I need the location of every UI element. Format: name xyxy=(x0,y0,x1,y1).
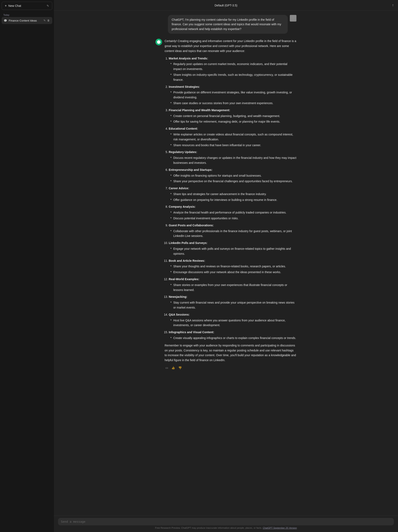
input-area xyxy=(58,518,394,525)
new-chat-button[interactable]: + New Chat ✎ xyxy=(2,2,52,10)
content-item: Book and Article Reviews:Share your thou… xyxy=(169,259,296,275)
sidebar-item-label: Finance Content Ideas xyxy=(9,19,41,22)
content-bullet: Analyze the financial health and perform… xyxy=(170,210,296,215)
content-item: Entrepreneurship and Startups:Offer insi… xyxy=(169,168,296,184)
share-button[interactable]: ↑ xyxy=(392,3,394,7)
plus-icon: + xyxy=(5,4,7,8)
assistant-message-body: Certainly! Creating engaging and informa… xyxy=(165,39,296,370)
content-bullet: Write explainer articles or create video… xyxy=(170,132,296,142)
content-bullet: Offer guidance on preparing for intervie… xyxy=(170,197,296,203)
content-bullet: Discuss recent regulatory changes or upd… xyxy=(170,156,296,165)
sidebar-section-today: Today xyxy=(2,13,52,17)
assistant-intro: Certainly! Creating engaging and informa… xyxy=(165,39,296,53)
content-bullet: Share case studies or success stories fr… xyxy=(170,101,296,106)
content-item: Newsjacking:Stay current with financial … xyxy=(169,294,296,310)
content-bullet: Host live Q&A sessions where you answer … xyxy=(170,318,296,328)
content-bullet: Share your thoughts and reviews on finan… xyxy=(170,264,296,269)
content-bullet: Engage your network with polls and surve… xyxy=(170,247,296,256)
content-bullet: Offer insights on financing options for … xyxy=(170,173,296,178)
content-bullet: Share insights on industry-specific tren… xyxy=(170,72,296,82)
content-item: Market Analysis and Trends:Regularly pos… xyxy=(169,56,296,82)
content-bullet: Share stories or examples from your own … xyxy=(170,283,296,293)
content-item: Educational Content:Write explainer arti… xyxy=(169,126,296,148)
footer: Free Research Preview. ChatGPT may produ… xyxy=(54,516,398,532)
user-avatar xyxy=(290,15,296,22)
content-item: Regulatory Updates:Discuss recent regula… xyxy=(169,150,296,165)
chat-input[interactable] xyxy=(61,520,391,523)
content-bullet: Share tips and strategies for career adv… xyxy=(170,192,296,197)
thumbs-down-button[interactable]: 👎 xyxy=(177,365,183,370)
content-bullet: Provide guidance on different investment… xyxy=(170,90,296,100)
chat-area[interactable]: ChatGPT, I'm planning my content calenda… xyxy=(54,11,398,516)
sidebar-item-finance-content-ideas[interactable]: 💬 Finance Content Ideas ✎ 🗑 xyxy=(2,17,52,24)
user-message-content: ChatGPT, I'm planning my content calenda… xyxy=(168,15,288,34)
copy-message-button[interactable]: ▭ xyxy=(165,365,169,370)
assistant-outro: Remember to engage with your audience by… xyxy=(165,343,296,363)
content-item: Financial Planning and Wealth Management… xyxy=(169,108,296,124)
header: Default (GPT-3.5) ↑ xyxy=(54,0,398,11)
edit-chat-button[interactable]: ✎ xyxy=(43,19,46,22)
assistant-message-content: Certainly! Creating engaging and informa… xyxy=(165,39,296,363)
content-bullet: Encourage discussions with your network … xyxy=(170,270,296,275)
content-item: Career Advice:Share tips and strategies … xyxy=(169,186,296,202)
model-title: Default (GPT-3.5) xyxy=(215,4,237,7)
footer-disclaimer: Free Research Preview. ChatGPT may produ… xyxy=(58,527,394,529)
new-chat-label: New Chat xyxy=(8,4,45,7)
sidebar-item-actions: ✎ 🗑 xyxy=(43,19,50,22)
user-message: ChatGPT, I'm planning my content calenda… xyxy=(156,15,296,34)
assistant-message: Certainly! Creating engaging and informa… xyxy=(156,39,296,370)
content-item: Company Analysis:Analyze the financial h… xyxy=(169,204,296,221)
compose-icon: ✎ xyxy=(47,4,49,7)
version-link[interactable]: ChatGPT September 25 Version xyxy=(263,527,297,529)
sidebar: + New Chat ✎ Today 💬 Finance Content Ide… xyxy=(0,0,54,532)
content-list: Market Analysis and Trends:Regularly pos… xyxy=(165,56,296,341)
message-actions: ▭ 👍 👎 xyxy=(165,365,296,370)
content-item: Infographics and Visual Content:Create v… xyxy=(169,330,296,341)
content-item: LinkedIn Polls and Surveys:Engage your n… xyxy=(169,241,296,256)
assistant-avatar xyxy=(156,39,162,45)
content-bullet: Share your perspective on the financial … xyxy=(170,179,296,184)
content-bullet: Share resources and books that have been… xyxy=(170,143,296,148)
main-panel: Default (GPT-3.5) ↑ ChatGPT, I'm plannin… xyxy=(54,0,398,532)
content-bullet: Offer tips for saving for retirement, ma… xyxy=(170,119,296,124)
content-item: Real-World Examples:Share stories or exa… xyxy=(169,277,296,292)
content-item: Guest Posts and Collaborations:Collabora… xyxy=(169,223,296,239)
content-bullet: Regularly post updates on current market… xyxy=(170,62,296,72)
content-item: Q&A Sessions:Host live Q&A sessions wher… xyxy=(169,312,296,328)
content-bullet: Create content on personal financial pla… xyxy=(170,114,296,119)
content-item: Investment Strategies:Provide guidance o… xyxy=(169,84,296,106)
content-bullet: Stay current with financial news and pro… xyxy=(170,300,296,310)
message-container: ChatGPT, I'm planning my content calenda… xyxy=(151,15,300,370)
content-bullet: Create visually appealing infographics o… xyxy=(170,336,296,341)
content-bullet: Collaborate with other professionals in … xyxy=(170,229,296,239)
thumbs-up-button[interactable]: 👍 xyxy=(171,365,176,370)
chat-bubble-icon: 💬 xyxy=(4,19,7,22)
content-bullet: Discuss potential investment opportuniti… xyxy=(170,216,296,221)
delete-chat-button[interactable]: 🗑 xyxy=(47,19,50,22)
